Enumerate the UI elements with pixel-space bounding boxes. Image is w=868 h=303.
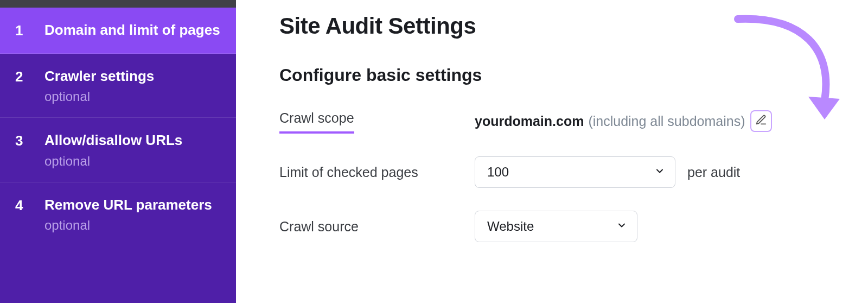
row-source: Crawl source Website [279, 211, 835, 242]
source-select-value: Website [487, 219, 534, 234]
step-optional: optional [44, 89, 221, 104]
step-crawler-settings[interactable]: 2 Crawler settings optional [0, 54, 236, 118]
step-domain-limit[interactable]: 1 Domain and limit of pages [0, 8, 236, 54]
crawl-scope-domain: yourdomain.com [475, 113, 584, 129]
step-label: Allow/disallow URLs [44, 131, 221, 150]
step-allow-disallow[interactable]: 3 Allow/disallow URLs optional [0, 118, 236, 182]
crawl-scope-value: yourdomain.com (including all subdomains… [475, 110, 772, 132]
step-number: 2 [15, 67, 44, 86]
step-remove-params[interactable]: 4 Remove URL parameters optional [0, 182, 236, 246]
limit-label: Limit of checked pages [279, 165, 475, 180]
chevron-down-icon [654, 165, 665, 180]
topbar [0, 0, 236, 8]
step-label: Crawler settings [44, 67, 221, 86]
edit-crawl-scope-button[interactable] [750, 110, 772, 132]
crawl-scope-note: (including all subdomains) [588, 113, 745, 129]
step-optional: optional [44, 154, 221, 169]
step-label: Domain and limit of pages [44, 21, 221, 40]
section-subtitle: Configure basic settings [279, 65, 835, 85]
limit-select[interactable]: 100 [475, 156, 675, 188]
row-crawl-scope: Crawl scope yourdomain.com (including al… [279, 110, 835, 134]
step-label: Remove URL parameters [44, 195, 221, 214]
chevron-down-icon [616, 219, 627, 234]
step-optional: optional [44, 218, 221, 233]
step-number: 1 [15, 21, 44, 40]
main-panel: Site Audit Settings Configure basic sett… [236, 0, 868, 303]
pencil-icon [755, 113, 767, 129]
source-select[interactable]: Website [475, 211, 637, 242]
limit-select-value: 100 [487, 165, 509, 180]
page-title: Site Audit Settings [279, 13, 835, 39]
limit-suffix: per audit [687, 165, 740, 180]
step-number: 3 [15, 131, 44, 150]
row-limit: Limit of checked pages 100 per audit [279, 156, 835, 188]
step-number: 4 [15, 195, 44, 215]
wizard-sidebar: 1 Domain and limit of pages 2 Crawler se… [0, 0, 236, 303]
crawl-scope-label: Crawl scope [279, 110, 354, 134]
source-label: Crawl source [279, 219, 475, 235]
